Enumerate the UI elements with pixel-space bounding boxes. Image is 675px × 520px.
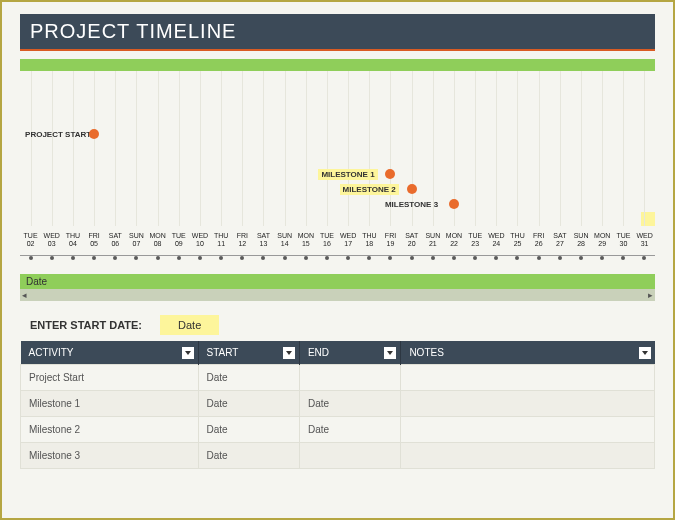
cell-activity[interactable]: Milestone 2	[21, 417, 199, 443]
highlight-box	[641, 212, 655, 226]
axis-label: THU25	[507, 232, 528, 248]
milestone-label: PROJECT START	[22, 129, 94, 140]
th-start[interactable]: START	[198, 341, 299, 365]
cell-activity[interactable]: Project Start	[21, 365, 199, 391]
tick	[579, 256, 583, 260]
gridline	[348, 71, 349, 226]
axis-label: MON22	[443, 232, 464, 248]
tick	[50, 256, 54, 260]
gridline	[115, 71, 116, 226]
gridline	[517, 71, 518, 226]
tick	[29, 256, 33, 260]
milestone-label: MILESTONE 2	[340, 184, 399, 195]
start-date-label: ENTER START DATE:	[30, 319, 142, 331]
axis-label: WED10	[189, 232, 210, 248]
axis-label: FRI26	[528, 232, 549, 248]
table-row: Milestone 3Date	[21, 443, 655, 469]
cell-end[interactable]	[299, 365, 400, 391]
tick	[198, 256, 202, 260]
axis-label: FRI19	[380, 232, 401, 248]
start-date-row: ENTER START DATE: Date	[30, 315, 655, 335]
axis-label: FRI12	[232, 232, 253, 248]
gridline	[327, 71, 328, 226]
cell-notes[interactable]	[401, 391, 655, 417]
axis-label: THU18	[359, 232, 380, 248]
tick	[431, 256, 435, 260]
scrollbar[interactable]: ◂ ▸	[20, 289, 655, 301]
tick	[156, 256, 160, 260]
axis-label: THU04	[62, 232, 83, 248]
axis-label: SAT20	[401, 232, 422, 248]
axis-label: MON08	[147, 232, 168, 248]
cell-activity[interactable]: Milestone 3	[21, 443, 199, 469]
tick	[304, 256, 308, 260]
axis-label: SUN21	[422, 232, 443, 248]
milestone-label: MILESTONE 3	[382, 199, 441, 210]
date-field[interactable]: Date	[20, 274, 655, 289]
tick	[219, 256, 223, 260]
tick	[537, 256, 541, 260]
axis-label: WED17	[338, 232, 359, 248]
axis-label: WED03	[41, 232, 62, 248]
tick	[261, 256, 265, 260]
cell-start[interactable]: Date	[198, 443, 299, 469]
chevron-down-icon[interactable]	[283, 347, 295, 359]
th-activity[interactable]: ACTIVITY	[21, 341, 199, 365]
cell-start[interactable]: Date	[198, 391, 299, 417]
chevron-down-icon[interactable]	[639, 347, 651, 359]
gridline	[369, 71, 370, 226]
cell-start[interactable]: Date	[198, 365, 299, 391]
scroll-zone: Date ◂ ▸	[20, 274, 655, 301]
scroll-left-icon[interactable]: ◂	[22, 290, 27, 300]
tick	[621, 256, 625, 260]
axis-label: TUE16	[316, 232, 337, 248]
gridline	[31, 71, 32, 226]
timeline-chart: TUE02WED03THU04FRI05SAT06SUN07MON08TUE09…	[20, 59, 655, 274]
gridline	[242, 71, 243, 226]
cell-end[interactable]: Date	[299, 417, 400, 443]
gridline	[73, 71, 74, 226]
tick	[367, 256, 371, 260]
tick	[600, 256, 604, 260]
scroll-right-icon[interactable]: ▸	[648, 290, 653, 300]
axis-label: THU11	[211, 232, 232, 248]
axis-label: MON29	[592, 232, 613, 248]
gridline	[200, 71, 201, 226]
gridline	[263, 71, 264, 226]
gridline	[496, 71, 497, 226]
tick	[515, 256, 519, 260]
tick	[558, 256, 562, 260]
tick	[325, 256, 329, 260]
axis-label: SAT06	[105, 232, 126, 248]
chevron-down-icon[interactable]	[384, 347, 396, 359]
gridline	[179, 71, 180, 226]
axis-label: TUE23	[465, 232, 486, 248]
cell-notes[interactable]	[401, 417, 655, 443]
gridline	[539, 71, 540, 226]
th-notes[interactable]: NOTES	[401, 341, 655, 365]
milestone-dot	[449, 199, 459, 209]
tick	[346, 256, 350, 260]
gridline	[285, 71, 286, 226]
tick	[410, 256, 414, 260]
gridline	[306, 71, 307, 226]
cell-start[interactable]: Date	[198, 417, 299, 443]
cell-notes[interactable]	[401, 443, 655, 469]
gridline	[623, 71, 624, 226]
th-end[interactable]: END	[299, 341, 400, 365]
gridline	[602, 71, 603, 226]
chart-strip	[20, 59, 655, 71]
axis-label: MON15	[295, 232, 316, 248]
gridline	[581, 71, 582, 226]
cell-end[interactable]: Date	[299, 391, 400, 417]
milestone-dot	[89, 129, 99, 139]
cell-end[interactable]	[299, 443, 400, 469]
axis-label: WED31	[634, 232, 655, 248]
milestone-dot	[407, 184, 417, 194]
chevron-down-icon[interactable]	[182, 347, 194, 359]
tick	[283, 256, 287, 260]
gridline	[136, 71, 137, 226]
start-date-input[interactable]: Date	[160, 315, 219, 335]
cell-notes[interactable]	[401, 365, 655, 391]
cell-activity[interactable]: Milestone 1	[21, 391, 199, 417]
